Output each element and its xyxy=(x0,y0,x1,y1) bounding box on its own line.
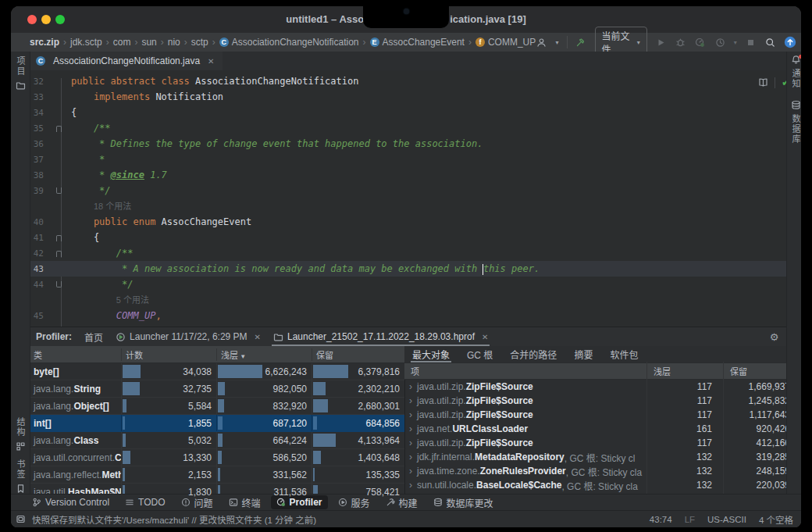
tool-window-button-terminal[interactable]: 终端 xyxy=(223,495,266,511)
close-tab-icon[interactable]: ✕ xyxy=(255,333,261,341)
close-tab-icon[interactable]: ✕ xyxy=(208,57,214,66)
rerun-icon[interactable] xyxy=(714,35,725,49)
breadcrumb-item[interactable]: ›fCOMM_UP xyxy=(465,37,536,48)
fold-marker-icon[interactable] xyxy=(56,126,62,132)
table-row[interactable]: java.util.concurrent.C13,330586,5201,403… xyxy=(30,449,404,466)
column-header[interactable]: 项 xyxy=(404,365,646,377)
code-line[interactable]: 40 public enum AssocChangeEvent xyxy=(30,214,801,230)
breadcrumb-item[interactable]: ›nio xyxy=(157,37,180,48)
rerun-dropdown-icon[interactable]: ▾ xyxy=(734,39,737,46)
code-line[interactable]: 34{ xyxy=(30,105,801,120)
table-row[interactable]: java.lang.Class5,032664,2244,133,964 xyxy=(30,432,404,449)
editor-tab[interactable]: C AssociationChangeNotification.java ✕ xyxy=(30,52,223,72)
reader-mode-icon[interactable] xyxy=(758,77,768,87)
stripe-item-structure[interactable]: 结构 xyxy=(12,417,28,452)
table-row[interactable]: int[]1,855687,120684,856 xyxy=(30,415,404,432)
code-line[interactable]: 38 * @since 1.7 xyxy=(30,167,801,183)
user-dropdown-arrow-icon[interactable]: ▾ xyxy=(556,39,559,46)
object-row[interactable]: ›java.util.zip.ZipFile$Source1171,669,93… xyxy=(404,380,801,394)
class-table-header[interactable]: 类计数浅层 ▼保留 xyxy=(30,346,404,363)
object-row[interactable]: ›java.util.zip.ZipFile$Source1171,117,64… xyxy=(404,408,801,422)
stop-icon[interactable] xyxy=(745,35,757,49)
expand-chevron-icon[interactable]: › xyxy=(409,480,412,491)
table-row[interactable]: byte[]34,0386,626,2436,379,816 xyxy=(30,363,404,380)
stripe-item-bookmark[interactable]: 书签 xyxy=(12,459,28,494)
close-tab-icon[interactable]: ✕ xyxy=(482,333,488,341)
tool-window-button-list[interactable]: TODO xyxy=(119,495,170,509)
tool-window-button-branch[interactable]: Version Control xyxy=(27,495,115,509)
code-editor[interactable]: 32public abstract class AssociationChang… xyxy=(30,70,801,327)
tool-window-button-profiler[interactable]: Profiler xyxy=(271,495,328,509)
expand-chevron-icon[interactable]: › xyxy=(409,466,412,477)
analysis-tab[interactable]: 摘要 xyxy=(566,346,600,362)
code-line[interactable]: 5 个用法 xyxy=(30,292,801,308)
status-message[interactable]: 快照保存到默认文件夹'/Users/maczhuli' // 更改快照文件夹 (… xyxy=(32,513,316,526)
code-line[interactable]: 43 * A new association is now ready and … xyxy=(30,261,801,277)
breadcrumb-item[interactable]: ›com xyxy=(102,37,131,48)
object-row[interactable]: ›sun.util.locale.BaseLocale$Cache, GC 根:… xyxy=(404,478,801,492)
code-line[interactable]: 39 */ xyxy=(30,183,801,198)
table-row[interactable]: java.lang.Object[]5,584832,9202,680,301 xyxy=(30,398,404,415)
breadcrumb-item[interactable]: ›EAssocChangeEvent xyxy=(359,37,465,48)
tool-window-switcher-icon[interactable] xyxy=(16,514,26,524)
code-line[interactable]: 32public abstract class AssociationChang… xyxy=(30,73,801,89)
profiler-tab[interactable]: Launcher 11/17/22, 6:29 PM✕ xyxy=(109,327,267,346)
code-line[interactable]: 37 * xyxy=(30,152,801,167)
analysis-tab[interactable]: 合并的路径 xyxy=(502,346,564,362)
expand-chevron-icon[interactable]: › xyxy=(409,423,412,434)
code-line[interactable]: 44 */ xyxy=(30,277,801,292)
column-header[interactable]: 保留 xyxy=(312,348,404,361)
object-row[interactable]: ›java.net.URLClassLoader161920,426 xyxy=(404,422,801,436)
table-row[interactable]: java.lang.reflect.Meth2,153331,562135,33… xyxy=(30,466,404,484)
column-header[interactable]: 计数 xyxy=(121,348,216,361)
breadcrumb-item[interactable]: ›sun xyxy=(130,37,156,48)
object-row[interactable]: ›java.time.zone.ZoneRulesProvider, GC 根:… xyxy=(404,464,801,478)
caret-position[interactable]: 43:74 xyxy=(650,515,672,524)
column-header[interactable]: 浅层 xyxy=(646,365,723,377)
expand-chevron-icon[interactable]: › xyxy=(409,452,412,462)
column-header[interactable]: 类 xyxy=(30,348,121,361)
object-row[interactable]: ›java.util.zip.ZipFile$Source1171,245,83… xyxy=(404,394,801,408)
analysis-tab[interactable]: 最大对象 xyxy=(404,346,458,362)
expand-chevron-icon[interactable]: › xyxy=(409,395,412,406)
expand-chevron-icon[interactable]: › xyxy=(409,381,412,392)
line-ending[interactable]: LF xyxy=(685,515,695,524)
tool-window-button-db-changes[interactable]: 数据库更改 xyxy=(428,495,499,511)
breadcrumb-item[interactable]: src.zip xyxy=(30,37,59,48)
fold-marker-icon[interactable] xyxy=(56,235,62,241)
code-line[interactable]: 42 /** xyxy=(30,245,801,261)
object-row[interactable]: ›java.util.zip.ZipFile$Source117412,166 xyxy=(404,436,801,450)
fold-marker-icon[interactable] xyxy=(56,251,62,257)
breadcrumb-item[interactable]: ›sctp xyxy=(180,37,208,48)
profiler-tab[interactable]: Launcher_21502_17.11.2022_18.29.03.hprof… xyxy=(267,327,494,346)
expand-chevron-icon[interactable]: › xyxy=(409,437,412,448)
breadcrumb-item[interactable]: ›CAssociationChangeNotification xyxy=(208,37,359,48)
objects-table-header[interactable]: 项浅层保留 xyxy=(404,362,801,380)
table-row[interactable]: java.lang.String32,735982,0502,302,210 xyxy=(30,380,404,398)
object-row[interactable]: ›jdk.jfr.internal.MetadataRepository, GC… xyxy=(404,450,801,464)
stripe-item-database[interactable]: 数据库 xyxy=(788,100,801,145)
search-icon[interactable] xyxy=(764,35,776,49)
profile-icon[interactable] xyxy=(694,35,706,49)
code-line[interactable]: 33 implements Notification xyxy=(30,89,801,105)
user-icon[interactable] xyxy=(536,35,547,49)
code-line[interactable]: 41 { xyxy=(30,230,801,245)
breadcrumb-item[interactable]: ›jdk.sctp xyxy=(59,37,102,48)
expand-chevron-icon[interactable]: › xyxy=(409,409,412,420)
profiler-settings-gear-icon[interactable]: ⚙ xyxy=(770,331,779,343)
code-line[interactable]: 45 COMM_UP, xyxy=(30,308,801,323)
column-header[interactable]: 浅层 ▼ xyxy=(216,348,312,361)
profiler-tab[interactable]: 首页 xyxy=(78,327,109,346)
build-hammer-icon[interactable] xyxy=(575,35,586,49)
file-encoding[interactable]: US-ASCII xyxy=(707,515,746,524)
code-line[interactable]: 18 个用法 xyxy=(30,198,801,214)
run-icon[interactable] xyxy=(655,35,667,49)
fold-marker-icon[interactable] xyxy=(56,187,62,194)
stripe-item-bell[interactable]: 通知 xyxy=(788,55,801,89)
code-line[interactable]: 36 * Defines the type of change event th… xyxy=(30,136,801,152)
update-icon[interactable] xyxy=(784,35,796,49)
debug-icon[interactable] xyxy=(675,35,686,49)
stripe-item-folder[interactable]: 项目 xyxy=(12,56,28,91)
fold-marker-icon[interactable] xyxy=(56,281,62,287)
analysis-tab[interactable]: 软件包 xyxy=(602,346,646,362)
